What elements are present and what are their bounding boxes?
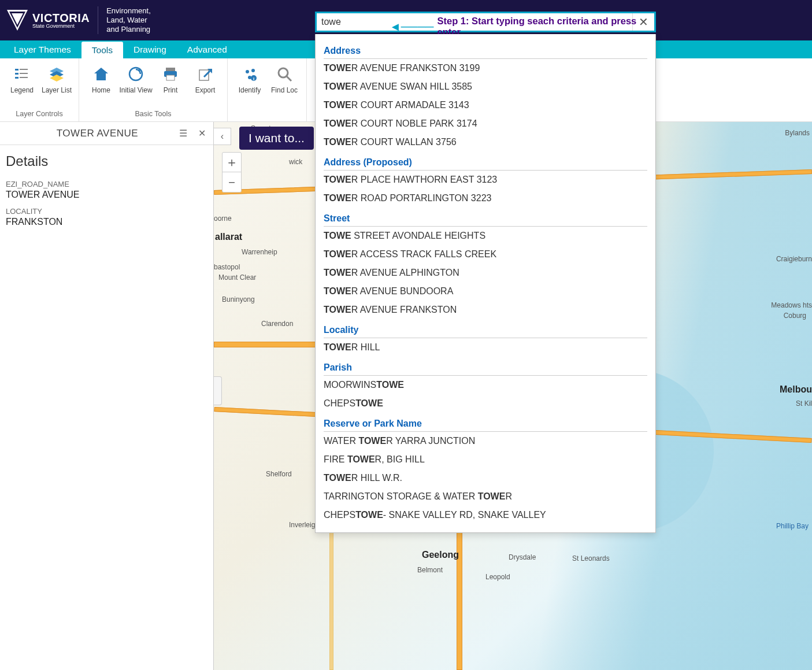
zoom-in-button[interactable]: ＋ — [223, 153, 241, 172]
suggestion-item[interactable]: TOWER AVENUE SWAN HILL 3585 — [324, 77, 647, 96]
suggestion-item[interactable]: TOWER AVENUE FRANKSTON 3199 — [324, 59, 647, 77]
expand-handle[interactable] — [214, 376, 222, 405]
layerlist-icon — [48, 65, 65, 83]
search-input[interactable] — [317, 13, 632, 31]
sidebar-header: TOWER AVENUE ☰ ✕ — [0, 122, 213, 145]
tab-drawing[interactable]: Drawing — [123, 40, 177, 58]
map-label: Bylands — [785, 129, 810, 137]
ribbon-group: LegendLayer ListLayer Controls — [0, 58, 79, 121]
suggestion-item[interactable]: TARRINGTON STORAGE & WATER TOWER — [324, 487, 647, 506]
ribbon-item-label: Initial View — [119, 86, 152, 94]
map-label: allarat — [215, 232, 242, 242]
brand-block: VICTORIA State Government Environment, L… — [6, 6, 151, 35]
suggestion-item[interactable]: WATER TOWER YARRA JUNCTION — [324, 432, 647, 450]
legend-icon — [13, 65, 31, 83]
ribbon-legend-button[interactable]: Legend — [5, 61, 39, 108]
svg-rect-6 — [20, 73, 28, 74]
suggestion-item[interactable]: TOWER COURT ARMADALE 3143 — [324, 96, 647, 114]
map-label: Geelong — [422, 550, 459, 560]
zoom-control: ＋ － — [222, 152, 242, 193]
ribbon-print-button[interactable]: Print — [153, 61, 188, 108]
svg-rect-3 — [15, 69, 18, 71]
map-label: Clarendon — [261, 320, 293, 328]
suggestion-item[interactable]: TOWER AVENUE FRANKSTON — [324, 301, 647, 319]
plus-icon: ＋ — [225, 154, 238, 171]
brand-main: VICTORIA — [32, 12, 90, 24]
detail-field-value: TOWER AVENUE — [6, 190, 207, 200]
suggestion-item[interactable]: TOWER HILL W.R. — [324, 469, 647, 487]
suggestion-item[interactable]: TOWE STREET AVONDALE HEIGHTS — [324, 227, 647, 245]
ribbon-item-label: Layer List — [42, 86, 72, 94]
suggestion-item[interactable]: TOWER PLACE HAWTHORN EAST 3123 — [324, 171, 647, 189]
suggestion-item[interactable]: CHEPSTOWE- SNAKE VALLEY RD, SNAKE VALLEY — [324, 506, 647, 524]
export-icon — [196, 65, 214, 83]
chevron-left-icon: ‹ — [221, 131, 224, 142]
zoom-out-button[interactable]: － — [223, 172, 241, 192]
map-label: St Kil — [796, 399, 812, 408]
collapse-sidebar-button[interactable]: ‹ — [214, 128, 231, 145]
search-suggestions: AddressTOWER AVENUE FRANKSTON 3199TOWER … — [315, 34, 656, 533]
victoria-triangle-icon — [6, 9, 29, 32]
suggestion-item[interactable]: TOWER HILL — [324, 338, 647, 357]
menu-lines-icon: ☰ — [179, 128, 187, 139]
suggestion-group-header: Street — [324, 208, 647, 227]
svg-point-20 — [246, 70, 249, 73]
tab-advanced[interactable]: Advanced — [177, 40, 238, 58]
suggestion-group-header: Locality — [324, 319, 647, 338]
ribbon-item-label: Identify — [239, 86, 261, 94]
details-heading: Details — [6, 153, 207, 169]
print-icon — [162, 65, 179, 83]
ribbon-group: HomeInitial ViewPrintExportBasic Tools — [79, 58, 228, 121]
svg-point-22 — [248, 76, 251, 79]
map-label: bastopol — [214, 263, 240, 271]
ribbon-item-label: Find Loc — [271, 86, 298, 94]
tab-layer-themes[interactable]: Layer Themes — [3, 40, 81, 58]
suggestion-item[interactable]: TOWER COURT WALLAN 3756 — [324, 133, 647, 151]
ribbon-item-label: Export — [195, 86, 216, 94]
ribbon-group-label — [232, 116, 302, 121]
i-want-to-button[interactable]: I want to... — [239, 127, 314, 150]
svg-point-21 — [251, 69, 255, 72]
ribbon-findloc-button[interactable]: Find Loc — [267, 61, 302, 116]
findloc-icon — [276, 65, 293, 83]
map-label: Buninyong — [222, 295, 255, 303]
suggestion-item[interactable]: TOWER ACCESS TRACK FALLS CREEK — [324, 245, 647, 264]
suggestion-group-header: Address — [324, 40, 647, 59]
map-label: Meadows hts — [771, 301, 812, 309]
map-label: wick — [289, 158, 302, 166]
map-label: Phillip Bay — [776, 522, 809, 530]
suggestion-item[interactable]: FIRE TOWER, BIG HILL — [324, 450, 647, 469]
ribbon-initialview-button[interactable]: Initial View — [118, 61, 153, 108]
ribbon-identify-button[interactable]: iIdentify — [232, 61, 267, 116]
suggestion-item[interactable]: CHEPSTOWE — [324, 394, 647, 413]
svg-rect-8 — [20, 77, 28, 78]
home-icon — [92, 65, 110, 83]
ribbon-group-label: Basic Tools — [84, 108, 223, 121]
suggestion-item[interactable]: TOWER ROAD PORTARLINGTON 3223 — [324, 189, 647, 208]
ribbon-item-label: Home — [92, 86, 110, 94]
suggestion-item[interactable]: MOORWINSTOWE — [324, 376, 647, 394]
suggestion-item[interactable]: TOWER COURT NOBLE PARK 3174 — [324, 114, 647, 133]
suggestion-item[interactable]: TOWER AVENUE BUNDOORA — [324, 282, 647, 301]
department-name: Environment, Land, Water and Planning — [98, 6, 151, 35]
map-label: oorne — [214, 214, 232, 223]
ribbon-item-label: Print — [164, 86, 178, 94]
panel-close-button[interactable]: ✕ — [195, 127, 209, 140]
minus-icon: － — [225, 173, 238, 191]
detail-field-label: LOCALITY — [6, 207, 207, 216]
clear-search-button[interactable]: ✕ — [632, 13, 654, 31]
ribbon-home-button[interactable]: Home — [84, 61, 118, 108]
svg-line-26 — [287, 76, 291, 81]
ribbon-layerlist-button[interactable]: Layer List — [39, 61, 74, 108]
sidebar-title: TOWER AVENUE — [23, 128, 172, 139]
close-icon: ✕ — [198, 128, 206, 139]
map-label: Melbou — [780, 384, 812, 395]
suggestion-item[interactable]: TOWER AVENUE ALPHINGTON — [324, 264, 647, 282]
detail-field-value: FRANKSTON — [6, 217, 207, 227]
tab-tools[interactable]: Tools — [81, 42, 123, 58]
map-label: Coburg — [784, 312, 806, 320]
map-label: Drysdale — [509, 553, 536, 561]
svg-rect-15 — [166, 68, 175, 71]
ribbon-export-button[interactable]: Export — [188, 61, 223, 108]
panel-menu-button[interactable]: ☰ — [176, 127, 190, 140]
